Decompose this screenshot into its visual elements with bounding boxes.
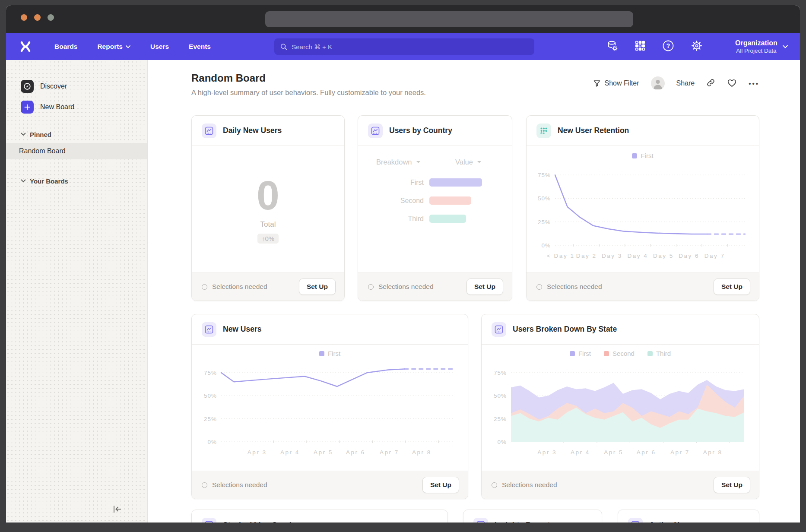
card-title: Daily New Users bbox=[223, 126, 282, 135]
legend-item[interactable]: First bbox=[319, 350, 340, 357]
card-title: Users by Country bbox=[389, 126, 452, 135]
sidebar-section-your-boards[interactable]: Your Boards bbox=[6, 176, 147, 186]
set-up-button[interactable]: Set Up bbox=[422, 477, 459, 493]
set-up-button[interactable]: Set Up bbox=[299, 279, 336, 295]
svg-text:25%: 25% bbox=[538, 219, 551, 225]
sidebar-item-label: Discover bbox=[40, 82, 67, 90]
dropdown-label: Breakdown bbox=[376, 158, 412, 166]
global-search[interactable] bbox=[274, 38, 534, 55]
status-circle-icon bbox=[202, 284, 207, 290]
svg-text:75%: 75% bbox=[494, 370, 507, 376]
mixpanel-logo-icon[interactable] bbox=[20, 41, 31, 54]
metric-value: 0 bbox=[257, 175, 279, 216]
legend-item[interactable]: Second bbox=[604, 350, 635, 357]
chevron-down-icon bbox=[126, 45, 130, 48]
new-users-chart: 75%50%25%0%Apr 3Apr 4Apr 5Apr 6Apr 7Apr … bbox=[198, 361, 460, 459]
settings-gear-icon[interactable] bbox=[691, 40, 703, 54]
copy-link-icon[interactable] bbox=[706, 78, 715, 89]
apps-grid-icon[interactable] bbox=[635, 40, 646, 53]
card-header: New User Retention bbox=[527, 116, 759, 146]
value-dropdown[interactable]: Value bbox=[455, 158, 482, 166]
card-header: Active Users bbox=[618, 510, 759, 522]
help-icon[interactable]: ? bbox=[662, 40, 674, 54]
sidebar-item-label: New Board bbox=[40, 103, 74, 111]
org-name: Organization bbox=[735, 39, 777, 48]
card-footer: Selections needed Set Up bbox=[192, 272, 344, 301]
legend-swatch bbox=[604, 351, 609, 356]
url-bar[interactable] bbox=[265, 11, 633, 27]
nav-item-events[interactable]: Events bbox=[189, 43, 211, 51]
bar-label: Third bbox=[358, 215, 429, 223]
line-chart-icon bbox=[202, 322, 216, 337]
legend-item[interactable]: Third bbox=[647, 350, 671, 357]
svg-text:25%: 25% bbox=[494, 416, 507, 422]
chart-legend: First bbox=[192, 350, 468, 357]
bar bbox=[429, 178, 482, 187]
plus-icon bbox=[21, 101, 34, 114]
data-management-icon[interactable] bbox=[606, 40, 618, 54]
org-switcher[interactable]: Organization All Project Data bbox=[735, 33, 788, 60]
metric-label: Total bbox=[260, 220, 276, 229]
status-text: Selections needed bbox=[368, 283, 434, 291]
svg-text:Apr 5: Apr 5 bbox=[314, 449, 333, 456]
avatar[interactable] bbox=[651, 76, 665, 90]
close-window-button[interactable] bbox=[21, 14, 27, 21]
app-navbar: Boards Reports Users Events ? bbox=[6, 33, 800, 60]
sidebar-section-pinned[interactable]: Pinned bbox=[6, 129, 147, 139]
svg-text:Day 2: Day 2 bbox=[576, 253, 597, 259]
favorite-heart-icon[interactable] bbox=[727, 78, 737, 89]
minimize-window-button[interactable] bbox=[34, 14, 41, 21]
sidebar-collapse-icon[interactable] bbox=[112, 504, 122, 516]
nav-item-users[interactable]: Users bbox=[150, 43, 169, 51]
nav-item-label: Reports bbox=[97, 43, 123, 51]
legend-item[interactable]: First bbox=[632, 152, 653, 159]
search-input[interactable] bbox=[292, 43, 528, 51]
board-actions: Show Filter Share ••• bbox=[593, 76, 760, 90]
svg-text:50%: 50% bbox=[538, 195, 551, 202]
bar-row: Second bbox=[358, 196, 512, 205]
share-button[interactable]: Share bbox=[676, 79, 695, 87]
card-title: Stacked Line Graph bbox=[223, 521, 294, 523]
svg-text:50%: 50% bbox=[204, 393, 217, 399]
more-options-icon[interactable]: ••• bbox=[749, 80, 759, 87]
sidebar-item-new-board[interactable]: New Board bbox=[6, 100, 147, 114]
sidebar-item-discover[interactable]: Discover bbox=[6, 79, 147, 94]
big-number-body: 0 Total ↑0% bbox=[192, 146, 344, 272]
search-icon bbox=[280, 43, 287, 51]
country-bars: FirstSecondThird bbox=[358, 178, 512, 233]
card-header: Insights Report bbox=[463, 510, 602, 522]
svg-text:0%: 0% bbox=[207, 439, 217, 445]
status-circle-icon bbox=[368, 284, 374, 290]
set-up-button[interactable]: Set Up bbox=[466, 279, 503, 295]
nav-item-reports[interactable]: Reports bbox=[97, 43, 130, 51]
legend-swatch bbox=[319, 351, 324, 356]
set-up-button[interactable]: Set Up bbox=[714, 477, 750, 493]
svg-text:Apr 6: Apr 6 bbox=[346, 449, 365, 456]
card-stacked-line-graph: Stacked Line Graph bbox=[191, 510, 448, 522]
zoom-window-button[interactable] bbox=[48, 14, 54, 21]
sidebar-item-label: Random Board bbox=[19, 147, 66, 155]
legend-item[interactable]: First bbox=[570, 350, 591, 357]
chevron-down-icon bbox=[416, 161, 421, 164]
filter-funnel-icon bbox=[593, 79, 601, 87]
set-up-button[interactable]: Set Up bbox=[714, 279, 750, 295]
svg-text:Day 3: Day 3 bbox=[602, 253, 622, 259]
status-text: Selections needed bbox=[202, 283, 267, 291]
sidebar-item-random-board[interactable]: Random Board bbox=[6, 143, 147, 159]
svg-text:Apr 4: Apr 4 bbox=[571, 449, 590, 456]
card-title: Insights Report bbox=[495, 521, 550, 523]
status-circle-icon bbox=[536, 284, 542, 290]
show-filter-button[interactable]: Show Filter bbox=[593, 79, 639, 87]
breakdown-dropdown[interactable]: Breakdown bbox=[376, 158, 421, 166]
sidebar: Discover New Board Pinned Random Board Y… bbox=[6, 60, 148, 522]
line-chart-icon bbox=[202, 518, 216, 522]
svg-text:?: ? bbox=[666, 42, 670, 49]
status-circle-icon bbox=[202, 482, 207, 488]
svg-text:Apr 8: Apr 8 bbox=[412, 449, 432, 456]
svg-text:75%: 75% bbox=[538, 172, 551, 178]
legend-swatch bbox=[647, 351, 653, 356]
card-header: Users by Country bbox=[358, 116, 512, 146]
nav-item-boards[interactable]: Boards bbox=[54, 43, 77, 51]
legend-label: First bbox=[641, 152, 653, 159]
line-chart-icon bbox=[368, 124, 383, 138]
